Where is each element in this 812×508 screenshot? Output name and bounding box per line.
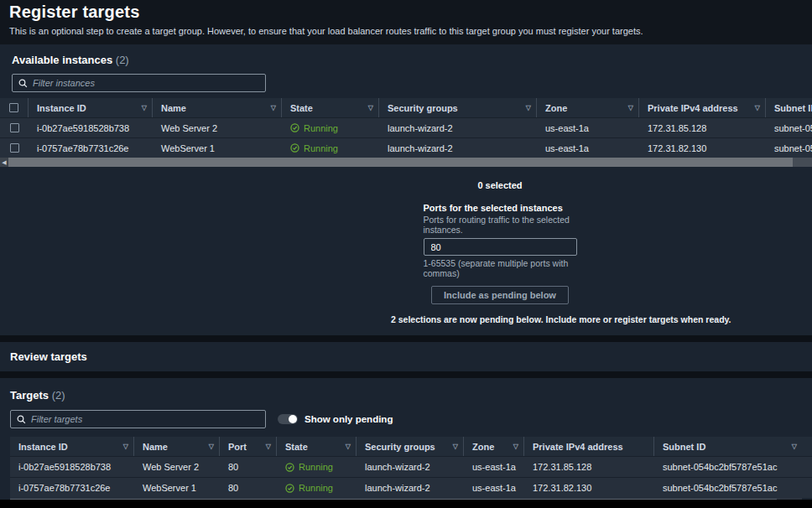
- cell-zone: us-east-1a: [464, 483, 524, 493]
- ports-description: Ports for routing traffic to the selecte…: [424, 215, 577, 235]
- col-name[interactable]: Name▽: [134, 437, 220, 456]
- col-name[interactable]: Name▽: [153, 98, 282, 117]
- sort-icon[interactable]: ▽: [368, 104, 373, 111]
- cell-zone: us-east-1a: [464, 462, 524, 472]
- cell-instance-id: i-0757ae78b7731c26e: [10, 483, 134, 493]
- targets-count: (2): [52, 389, 65, 402]
- col-port[interactable]: Port▽: [220, 437, 277, 456]
- cell-port: 80: [220, 462, 277, 472]
- col-zone[interactable]: Zone▽: [537, 98, 639, 117]
- cell-security-groups: launch-wizard-2: [379, 123, 537, 133]
- cell-instance-id: i-0b27ae5918528b738: [10, 462, 134, 472]
- sort-icon[interactable]: ▽: [123, 443, 128, 450]
- cell-state: Running: [277, 483, 357, 493]
- cell-name: WebServer 1: [134, 483, 220, 493]
- ports-input[interactable]: [424, 238, 577, 256]
- sort-icon[interactable]: ▽: [346, 443, 351, 450]
- cell-security-groups: launch-wizard-2: [357, 462, 464, 472]
- col-security-groups[interactable]: Security groups▽: [357, 437, 464, 456]
- cell-state: Running: [277, 462, 357, 472]
- cell-name: Web Server 2: [134, 462, 220, 472]
- bottom-edge: [0, 500, 812, 508]
- col-state[interactable]: State▽: [277, 437, 357, 456]
- sort-icon[interactable]: ▽: [453, 443, 458, 450]
- cell-private-ip: 172.31.82.130: [524, 483, 654, 493]
- table-row: i-0757ae78b7731c26e WebServer 1 80 Runni…: [10, 477, 812, 498]
- select-all-checkbox[interactable]: [9, 103, 18, 112]
- horizontal-scrollbar[interactable]: ◀: [0, 158, 812, 167]
- ports-constraint: 1-65535 (separate multiple ports with co…: [424, 258, 577, 278]
- scrollbar-thumb[interactable]: [8, 158, 793, 167]
- instances-filter-input[interactable]: [33, 78, 259, 88]
- review-targets-title: Review targets: [10, 350, 87, 363]
- targets-filter-box[interactable]: [10, 410, 266, 428]
- sort-icon[interactable]: ▽: [628, 104, 633, 111]
- toggle-knob: [289, 415, 297, 423]
- sort-icon[interactable]: ▽: [792, 443, 797, 450]
- cell-private-ip: 172.31.85.128: [524, 462, 654, 472]
- row-checkbox[interactable]: [10, 123, 19, 132]
- col-subnet-id[interactable]: Subnet ID: [766, 98, 812, 117]
- col-private-ip[interactable]: Private IPv4 address: [524, 437, 654, 456]
- page-header: Register targets This is an optional ste…: [0, 0, 812, 44]
- cell-subnet-id: subnet-054bc2bf5787e51ac: [654, 483, 802, 493]
- ports-label: Ports for the selected instances: [424, 203, 577, 213]
- show-only-pending-label: Show only pending: [304, 414, 393, 424]
- cell-subnet-id: subnet-054bc2bf5787e51ac: [766, 123, 812, 133]
- sort-icon[interactable]: ▽: [209, 443, 214, 450]
- running-status-icon: [285, 484, 294, 493]
- sort-icon[interactable]: ▽: [526, 104, 531, 111]
- running-status-icon: [290, 143, 299, 153]
- section-divider: [0, 335, 812, 342]
- page-subtitle: This is an optional step to create a tar…: [9, 26, 803, 36]
- section-divider: [0, 371, 812, 378]
- cell-state: Running: [282, 123, 379, 133]
- cell-security-groups: launch-wizard-2: [357, 483, 464, 493]
- table-row: i-0b27ae5918528b738 Web Server 2 Running…: [0, 117, 812, 137]
- ports-form: 0 selected Ports for the selected instan…: [391, 180, 609, 324]
- cell-instance-id: i-0b27ae5918528b738: [29, 123, 153, 133]
- available-table-header: Instance ID▽ Name▽ State▽ Security group…: [0, 98, 812, 117]
- targets-heading: Targets (2): [0, 389, 812, 402]
- col-instance-id[interactable]: Instance ID▽: [10, 437, 134, 456]
- sort-icon[interactable]: ▽: [271, 104, 276, 111]
- col-instance-id[interactable]: Instance ID▽: [29, 98, 153, 117]
- selected-count: 0 selected: [391, 180, 609, 190]
- register-targets-page: Register targets This is an optional ste…: [0, 0, 812, 508]
- review-targets-band: Review targets: [0, 342, 812, 371]
- available-instances-title: Available instances: [12, 54, 112, 66]
- cell-private-ip: 172.31.82.130: [639, 143, 766, 153]
- cell-zone: us-east-1a: [537, 123, 639, 133]
- col-subnet-id[interactable]: Subnet ID▽: [654, 437, 802, 456]
- targets-title: Targets: [10, 389, 49, 402]
- cell-subnet-id: subnet-054bc2bf5787e51ac: [766, 143, 812, 153]
- col-private-ip[interactable]: Private IPv4 address▽: [639, 98, 766, 117]
- table-row: i-0757ae78b7731c26e WebServer 1 Running …: [0, 137, 812, 158]
- row-checkbox[interactable]: [10, 143, 19, 153]
- sort-icon[interactable]: ▽: [142, 104, 147, 111]
- targets-table: Instance ID▽ Name▽ Port▽ State▽ Security…: [10, 437, 812, 498]
- page-title: Register targets: [9, 3, 803, 22]
- sort-icon[interactable]: ▽: [513, 443, 518, 450]
- running-status-icon: [290, 123, 299, 132]
- cell-private-ip: 172.31.85.128: [639, 123, 766, 133]
- running-status-icon: [285, 463, 294, 472]
- col-state[interactable]: State▽: [282, 98, 379, 117]
- targets-filter-input[interactable]: [31, 414, 259, 424]
- col-zone[interactable]: Zone▽: [464, 437, 524, 456]
- targets-panel: Targets (2) Show only pending Instance: [0, 378, 812, 508]
- sort-icon[interactable]: ▽: [755, 104, 760, 111]
- scroll-left-icon[interactable]: ◀: [0, 158, 8, 167]
- cell-zone: us-east-1a: [537, 143, 639, 153]
- col-security-groups[interactable]: Security groups▽: [379, 98, 537, 117]
- sort-icon[interactable]: ▽: [266, 443, 271, 450]
- cell-port: 80: [220, 483, 277, 493]
- available-instances-table: Instance ID▽ Name▽ State▽ Security group…: [0, 98, 812, 167]
- search-icon: [17, 415, 26, 424]
- cell-subnet-id: subnet-054bc2bf5787e51ac: [654, 462, 802, 472]
- targets-table-header: Instance ID▽ Name▽ Port▽ State▽ Security…: [10, 437, 812, 456]
- cell-instance-id: i-0757ae78b7731c26e: [29, 143, 153, 153]
- instances-filter-box[interactable]: [12, 74, 266, 92]
- show-only-pending-toggle[interactable]: [278, 414, 298, 424]
- include-as-pending-button[interactable]: Include as pending below: [431, 286, 569, 304]
